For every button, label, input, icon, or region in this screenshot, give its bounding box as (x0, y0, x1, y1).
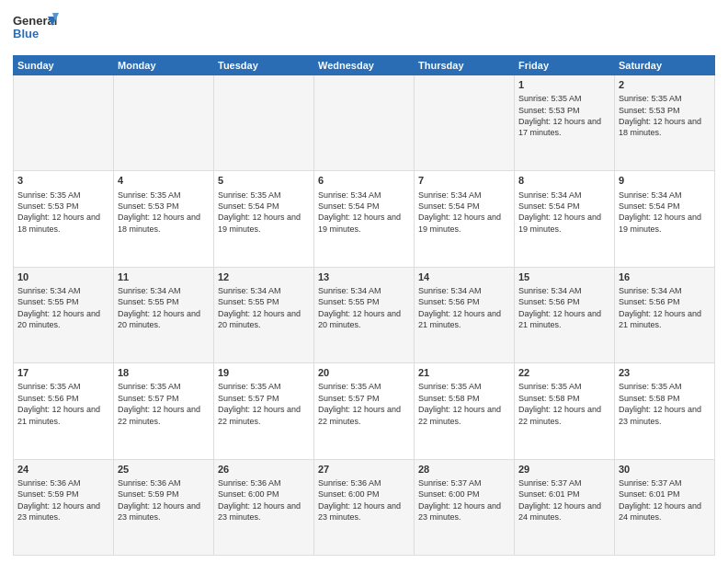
cell-info: Sunrise: 5:35 AMSunset: 5:54 PMDaylight:… (218, 190, 301, 234)
calendar-cell (415, 75, 515, 171)
day-number: 11 (118, 270, 210, 283)
day-number: 20 (318, 366, 410, 379)
day-number: 16 (619, 270, 711, 283)
calendar-cell (14, 75, 114, 171)
day-number: 29 (518, 463, 610, 476)
weekday-header: Saturday (615, 56, 715, 75)
calendar-cell: 2Sunrise: 5:35 AMSunset: 5:53 PMDaylight… (615, 75, 715, 171)
calendar-cell (214, 75, 314, 171)
day-number: 28 (418, 463, 510, 476)
day-number: 21 (418, 366, 510, 379)
cell-info: Sunrise: 5:35 AMSunset: 5:53 PMDaylight:… (619, 94, 701, 137)
calendar-cell: 22Sunrise: 5:35 AMSunset: 5:58 PMDayligh… (515, 363, 615, 459)
calendar-cell: 3Sunrise: 5:35 AMSunset: 5:53 PMDaylight… (14, 171, 114, 267)
calendar-cell: 27Sunrise: 5:36 AMSunset: 6:00 PMDayligh… (314, 459, 415, 555)
calendar-cell: 14Sunrise: 5:34 AMSunset: 5:56 PMDayligh… (415, 267, 515, 362)
header-row: SundayMondayTuesdayWednesdayThursdayFrid… (14, 56, 715, 75)
calendar-cell: 20Sunrise: 5:35 AMSunset: 5:57 PMDayligh… (314, 363, 415, 459)
cell-info: Sunrise: 5:36 AMSunset: 6:00 PMDaylight:… (318, 478, 401, 522)
cell-info: Sunrise: 5:34 AMSunset: 5:55 PMDaylight:… (118, 286, 200, 329)
cell-info: Sunrise: 5:37 AMSunset: 6:00 PMDaylight:… (418, 478, 501, 522)
calendar: SundayMondayTuesdayWednesdayThursdayFrid… (13, 55, 715, 556)
calendar-cell: 6Sunrise: 5:34 AMSunset: 5:54 PMDaylight… (314, 171, 415, 267)
cell-info: Sunrise: 5:34 AMSunset: 5:56 PMDaylight:… (619, 286, 701, 329)
calendar-cell: 23Sunrise: 5:35 AMSunset: 5:58 PMDayligh… (615, 363, 715, 459)
cell-info: Sunrise: 5:34 AMSunset: 5:54 PMDaylight:… (418, 190, 501, 234)
cell-info: Sunrise: 5:35 AMSunset: 5:56 PMDaylight:… (17, 382, 100, 425)
calendar-cell: 4Sunrise: 5:35 AMSunset: 5:53 PMDaylight… (114, 171, 214, 267)
calendar-week-row: 1Sunrise: 5:35 AMSunset: 5:53 PMDaylight… (14, 75, 715, 171)
cell-info: Sunrise: 5:34 AMSunset: 5:55 PMDaylight:… (17, 286, 100, 329)
calendar-cell: 15Sunrise: 5:34 AMSunset: 5:56 PMDayligh… (515, 267, 615, 362)
calendar-cell: 21Sunrise: 5:35 AMSunset: 5:58 PMDayligh… (415, 363, 515, 459)
day-number: 18 (118, 366, 210, 379)
calendar-cell: 9Sunrise: 5:34 AMSunset: 5:54 PMDaylight… (615, 171, 715, 267)
calendar-cell: 18Sunrise: 5:35 AMSunset: 5:57 PMDayligh… (114, 363, 214, 459)
calendar-week-row: 24Sunrise: 5:36 AMSunset: 5:59 PMDayligh… (14, 459, 715, 555)
calendar-cell: 24Sunrise: 5:36 AMSunset: 5:59 PMDayligh… (14, 459, 114, 555)
cell-info: Sunrise: 5:34 AMSunset: 5:56 PMDaylight:… (418, 286, 501, 329)
cell-info: Sunrise: 5:35 AMSunset: 5:53 PMDaylight:… (118, 190, 200, 234)
calendar-cell: 30Sunrise: 5:37 AMSunset: 6:01 PMDayligh… (615, 459, 715, 555)
cell-info: Sunrise: 5:34 AMSunset: 5:55 PMDaylight:… (218, 286, 301, 329)
cell-info: Sunrise: 5:36 AMSunset: 5:59 PMDaylight:… (118, 478, 200, 522)
calendar-cell: 12Sunrise: 5:34 AMSunset: 5:55 PMDayligh… (214, 267, 314, 362)
svg-text:Blue: Blue (13, 27, 39, 40)
cell-info: Sunrise: 5:34 AMSunset: 5:54 PMDaylight:… (518, 190, 601, 234)
weekday-header: Thursday (415, 56, 515, 75)
day-number: 19 (218, 366, 310, 379)
day-number: 30 (619, 463, 711, 476)
calendar-body: 1Sunrise: 5:35 AMSunset: 5:53 PMDaylight… (14, 75, 715, 556)
calendar-cell (114, 75, 214, 171)
cell-info: Sunrise: 5:35 AMSunset: 5:58 PMDaylight:… (518, 382, 601, 425)
day-number: 9 (619, 174, 711, 187)
cell-info: Sunrise: 5:34 AMSunset: 5:54 PMDaylight:… (619, 190, 701, 234)
cell-info: Sunrise: 5:36 AMSunset: 5:59 PMDaylight:… (17, 478, 100, 522)
day-number: 25 (118, 463, 210, 476)
cell-info: Sunrise: 5:35 AMSunset: 5:57 PMDaylight:… (118, 382, 200, 425)
calendar-cell: 7Sunrise: 5:34 AMSunset: 5:54 PMDaylight… (415, 171, 515, 267)
header: General Blue (13, 9, 715, 50)
calendar-cell: 1Sunrise: 5:35 AMSunset: 5:53 PMDaylight… (515, 75, 615, 171)
calendar-cell: 17Sunrise: 5:35 AMSunset: 5:56 PMDayligh… (14, 363, 114, 459)
day-number: 7 (418, 174, 510, 187)
calendar-cell: 28Sunrise: 5:37 AMSunset: 6:00 PMDayligh… (415, 459, 515, 555)
day-number: 8 (518, 174, 610, 187)
calendar-week-row: 3Sunrise: 5:35 AMSunset: 5:53 PMDaylight… (14, 171, 715, 267)
calendar-week-row: 17Sunrise: 5:35 AMSunset: 5:56 PMDayligh… (14, 363, 715, 459)
calendar-cell: 5Sunrise: 5:35 AMSunset: 5:54 PMDaylight… (214, 171, 314, 267)
page: General Blue SundayMondayTuesdayWednesda… (0, 0, 728, 563)
calendar-cell: 16Sunrise: 5:34 AMSunset: 5:56 PMDayligh… (615, 267, 715, 362)
calendar-cell: 13Sunrise: 5:34 AMSunset: 5:55 PMDayligh… (314, 267, 415, 362)
calendar-cell: 19Sunrise: 5:35 AMSunset: 5:57 PMDayligh… (214, 363, 314, 459)
calendar-cell: 29Sunrise: 5:37 AMSunset: 6:01 PMDayligh… (515, 459, 615, 555)
cell-info: Sunrise: 5:37 AMSunset: 6:01 PMDaylight:… (518, 478, 601, 522)
weekday-header: Sunday (14, 56, 114, 75)
cell-info: Sunrise: 5:35 AMSunset: 5:53 PMDaylight:… (518, 94, 601, 137)
weekday-header: Friday (515, 56, 615, 75)
calendar-cell: 25Sunrise: 5:36 AMSunset: 5:59 PMDayligh… (114, 459, 214, 555)
day-number: 5 (218, 174, 310, 187)
cell-info: Sunrise: 5:36 AMSunset: 6:00 PMDaylight:… (218, 478, 301, 522)
calendar-cell (314, 75, 415, 171)
logo: General Blue (13, 9, 61, 50)
day-number: 24 (17, 463, 109, 476)
day-number: 17 (17, 366, 109, 379)
day-number: 27 (318, 463, 410, 476)
day-number: 1 (518, 78, 610, 91)
cell-info: Sunrise: 5:35 AMSunset: 5:57 PMDaylight:… (318, 382, 401, 425)
day-number: 6 (318, 174, 410, 187)
weekday-header: Tuesday (214, 56, 314, 75)
cell-info: Sunrise: 5:35 AMSunset: 5:58 PMDaylight:… (619, 382, 701, 425)
day-number: 26 (218, 463, 310, 476)
cell-info: Sunrise: 5:34 AMSunset: 5:55 PMDaylight:… (318, 286, 401, 329)
day-number: 3 (17, 174, 109, 187)
day-number: 15 (518, 270, 610, 283)
day-number: 10 (17, 270, 109, 283)
day-number: 2 (619, 78, 711, 91)
weekday-header: Monday (114, 56, 214, 75)
day-number: 12 (218, 270, 310, 283)
day-number: 22 (518, 366, 610, 379)
calendar-cell: 10Sunrise: 5:34 AMSunset: 5:55 PMDayligh… (14, 267, 114, 362)
cell-info: Sunrise: 5:37 AMSunset: 6:01 PMDaylight:… (619, 478, 701, 522)
